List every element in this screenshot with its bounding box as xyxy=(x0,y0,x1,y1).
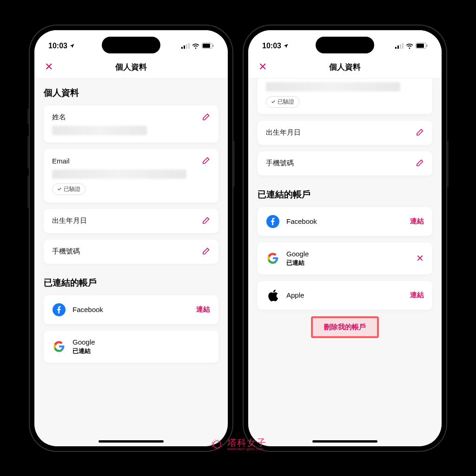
phone-label: 手機號碼 xyxy=(52,247,80,256)
field-card-email-partial[interactable]: 已驗證 xyxy=(258,78,432,114)
svg-rect-11 xyxy=(402,43,403,49)
google-label: Google xyxy=(73,338,210,346)
phone-label: 手機號碼 xyxy=(266,159,294,168)
location-icon xyxy=(283,43,289,49)
location-icon xyxy=(69,43,75,49)
svg-rect-13 xyxy=(416,44,424,48)
field-card-phone[interactable]: 手機號碼 xyxy=(258,151,432,176)
svg-rect-0 xyxy=(181,47,183,49)
edit-icon[interactable] xyxy=(201,247,210,256)
verified-badge: 已驗證 xyxy=(52,183,86,195)
signal-icon xyxy=(181,43,190,49)
svg-rect-3 xyxy=(188,43,190,49)
watermark-icon xyxy=(210,437,225,452)
linked-google[interactable]: Google 已連結 xyxy=(44,331,218,363)
google-label: Google xyxy=(286,250,410,258)
edit-icon[interactable] xyxy=(201,156,210,166)
screen-left: 10:03 ✕ 個人資料 個人資料 姓名 xyxy=(34,30,228,446)
facebook-link-button[interactable]: 連結 xyxy=(410,217,424,226)
facebook-link-button[interactable]: 連結 xyxy=(196,305,210,314)
svg-rect-2 xyxy=(186,44,187,49)
linked-facebook[interactable]: Facebook 連結 xyxy=(44,295,218,324)
email-value-redacted xyxy=(266,82,400,91)
watermark: 塔科女子 www.tech-girlz.com xyxy=(210,437,266,452)
dob-label: 出生年月日 xyxy=(266,128,301,137)
wifi-icon xyxy=(192,43,199,49)
signal-icon xyxy=(395,43,403,49)
delete-highlight-box: 刪除我的帳戶 xyxy=(311,316,379,338)
google-icon xyxy=(266,251,280,265)
dob-label: 出生年月日 xyxy=(52,216,87,225)
linked-google[interactable]: Google 已連結 ✕ xyxy=(258,242,432,274)
email-label: Email xyxy=(52,157,70,165)
svg-point-16 xyxy=(213,441,221,448)
svg-rect-6 xyxy=(213,45,214,47)
battery-icon xyxy=(202,43,214,49)
field-card-name[interactable]: 姓名 xyxy=(44,105,218,143)
facebook-label: Facebook xyxy=(286,217,403,225)
edit-icon[interactable] xyxy=(201,113,210,122)
nav-bar: ✕ 個人資料 xyxy=(248,56,442,78)
linked-facebook[interactable]: Facebook 連結 xyxy=(258,207,432,236)
delete-account-button[interactable]: 刪除我的帳戶 xyxy=(324,323,366,331)
name-value-redacted xyxy=(52,126,147,135)
battery-icon xyxy=(416,43,428,49)
edit-icon[interactable] xyxy=(415,128,424,137)
apple-label: Apple xyxy=(286,291,403,299)
section-linked-title: 已連結的帳戶 xyxy=(44,277,218,289)
svg-rect-14 xyxy=(427,45,428,47)
home-indicator[interactable] xyxy=(99,440,164,443)
check-icon xyxy=(57,187,62,191)
phone-frame-left: 10:03 ✕ 個人資料 個人資料 姓名 xyxy=(29,25,233,452)
screen-right: 10:03 ✕ 個人資料 已驗證 出生 xyxy=(248,30,442,446)
facebook-icon xyxy=(266,215,280,228)
field-card-dob[interactable]: 出生年月日 xyxy=(258,121,432,145)
close-icon[interactable]: ✕ xyxy=(258,61,267,73)
phone-frame-right: 10:03 ✕ 個人資料 已驗證 出生 xyxy=(243,25,447,452)
wifi-icon xyxy=(406,43,413,49)
facebook-icon xyxy=(52,303,66,317)
delete-account-wrap: 刪除我的帳戶 xyxy=(258,316,432,338)
svg-rect-9 xyxy=(397,46,399,49)
verified-badge: 已驗證 xyxy=(266,96,299,108)
watermark-title: 塔科女子 xyxy=(227,438,266,447)
edit-icon[interactable] xyxy=(201,216,210,226)
facebook-label: Facebook xyxy=(73,306,190,313)
unlink-icon[interactable]: ✕ xyxy=(416,253,424,264)
section-linked-title: 已連結的帳戶 xyxy=(258,189,432,201)
edit-icon[interactable] xyxy=(415,159,424,168)
section-personal-title: 個人資料 xyxy=(44,87,218,99)
field-card-phone[interactable]: 手機號碼 xyxy=(44,240,218,264)
dynamic-island xyxy=(316,37,374,53)
dynamic-island xyxy=(102,37,160,53)
status-time: 10:03 xyxy=(262,42,281,50)
nav-bar: ✕ 個人資料 xyxy=(34,56,228,78)
svg-rect-10 xyxy=(400,44,401,49)
apple-icon xyxy=(266,288,280,302)
google-status: 已連結 xyxy=(286,259,410,267)
linked-apple[interactable]: Apple 連結 xyxy=(258,281,432,310)
google-status: 已連結 xyxy=(73,347,210,355)
page-title: 個人資料 xyxy=(115,62,147,72)
svg-rect-1 xyxy=(184,46,185,49)
content-area: 個人資料 姓名 Email xyxy=(34,78,228,446)
google-icon xyxy=(52,339,66,353)
check-icon xyxy=(271,99,276,104)
page-title: 個人資料 xyxy=(329,62,361,72)
home-indicator[interactable] xyxy=(312,440,377,443)
apple-link-button[interactable]: 連結 xyxy=(410,291,424,300)
close-icon[interactable]: ✕ xyxy=(45,61,53,73)
name-label: 姓名 xyxy=(52,113,66,122)
email-value-redacted xyxy=(52,170,186,179)
svg-rect-8 xyxy=(395,47,397,49)
svg-rect-5 xyxy=(203,44,210,48)
watermark-url: www.tech-girlz.com xyxy=(227,447,266,451)
content-area: 已驗證 出生年月日 手機號碼 已連結的帳戶 xyxy=(248,78,442,446)
field-card-dob[interactable]: 出生年月日 xyxy=(44,209,218,233)
status-time: 10:03 xyxy=(48,42,67,50)
field-card-email[interactable]: Email 已驗證 xyxy=(44,149,218,202)
